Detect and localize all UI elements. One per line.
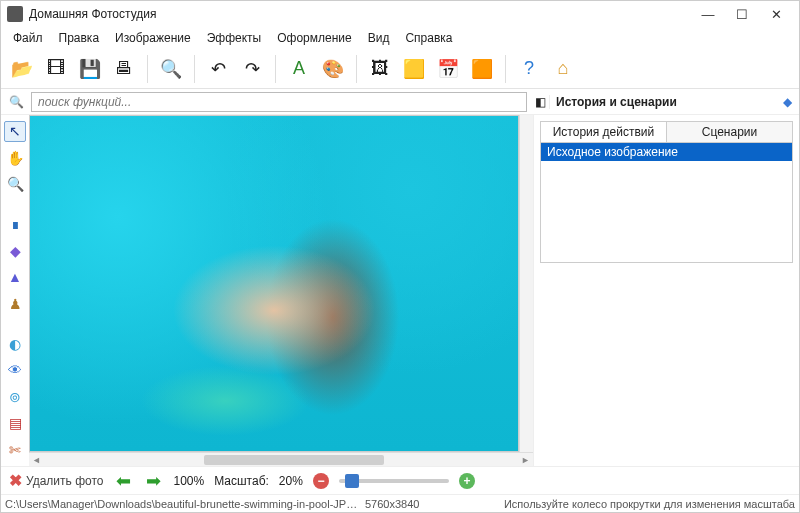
panel-toggle-icon[interactable]: ◧ [531,95,549,109]
history-item[interactable]: Исходное изображение [541,143,792,161]
image-tool-icon[interactable]: 🖼 [365,54,395,84]
titlebar: Домашняя Фотостудия — ☐ ✕ [1,1,799,27]
search-icon[interactable]: 🔍 [5,91,27,113]
eye-icon[interactable]: 👁 [4,360,26,381]
menu-изображение[interactable]: Изображение [109,29,197,47]
history-panel-title: История и сценарии [549,95,783,109]
print-icon[interactable]: 🖶 [109,54,139,84]
redo-icon[interactable]: ↷ [237,54,267,84]
brush-icon[interactable]: ∎ [4,214,26,235]
history-list[interactable]: Исходное изображение [540,143,793,263]
horizontal-scrollbar[interactable] [29,452,533,466]
stamp-icon[interactable]: ♟ [4,294,26,315]
status-dimensions: 5760x3840 [365,498,485,510]
panel-pin-icon[interactable]: ◆ [783,95,799,109]
search-page-icon[interactable]: 🔍 [156,54,186,84]
calendar-icon[interactable]: 📅 [433,54,463,84]
toolbar-separator [194,55,195,83]
zoom-icon[interactable]: 🔍 [4,174,26,195]
palette-icon[interactable]: 🎨 [318,54,348,84]
tab-history[interactable]: История действий [541,122,667,142]
app-icon [7,6,23,22]
close-button[interactable]: ✕ [759,3,793,25]
hand-icon[interactable]: ✋ [4,148,26,169]
undo-icon[interactable]: ↶ [203,54,233,84]
zoom-in-button[interactable]: + [459,473,475,489]
scroll-thumb[interactable] [204,455,384,465]
menu-оформление[interactable]: Оформление [271,29,357,47]
window-title: Домашняя Фотостудия [29,7,691,21]
zoom-slider[interactable] [339,479,449,483]
left-toolbox: ↖✋🔍∎◆▲♟◐👁⊚▤✄ [1,115,29,466]
tab-scenarios[interactable]: Сценарии [667,122,792,142]
save-icon[interactable]: 💾 [75,54,105,84]
drop-icon[interactable]: ◆ [4,240,26,261]
status-hint: Используйте колесо прокрутки для изменен… [485,498,795,510]
bottom-bar: ✖ Удалить фото ⬅ ➡ 100% Масштаб: 20% − + [1,466,799,494]
toolbar-separator [275,55,276,83]
scale-value: 20% [279,474,303,488]
search-input[interactable] [31,92,527,112]
toolbar-separator [505,55,506,83]
text-icon[interactable]: A [284,54,314,84]
toolbar-separator [356,55,357,83]
help-icon[interactable]: ? [514,54,544,84]
menubar: ФайлПравкаИзображениеЭффектыОформлениеВи… [1,27,799,49]
ellipse-icon[interactable]: ◐ [4,333,26,354]
delete-photo-label: Удалить фото [26,474,103,488]
photo-image [30,116,518,451]
menu-справка[interactable]: Справка [399,29,458,47]
menu-правка[interactable]: Правка [53,29,106,47]
effects-wheel-icon[interactable]: 🎞 [41,54,71,84]
pointer-icon[interactable]: ↖ [4,121,26,142]
zoom-slider-knob[interactable] [345,474,359,488]
menu-эффекты[interactable]: Эффекты [201,29,268,47]
zoom-out-button[interactable]: − [313,473,329,489]
status-path: C:\Users\Manager\Downloads\beautiful-bru… [5,498,365,510]
canvas[interactable] [29,115,519,452]
scale-label: Масштаб: [214,474,269,488]
open-icon[interactable]: 📂 [7,54,37,84]
shape-icon[interactable]: ▲ [4,267,26,288]
delete-photo-button[interactable]: ✖ Удалить фото [9,471,103,490]
home-icon[interactable]: ⌂ [548,54,578,84]
main-toolbar: 📂🎞💾🖶🔍↶↷A🎨🖼🟨📅🟧?⌂ [1,49,799,89]
menu-файл[interactable]: Файл [7,29,49,47]
minimize-button[interactable]: — [691,3,725,25]
levels-icon[interactable]: ▤ [4,413,26,434]
history-panel: История действийСценарии Исходное изобра… [533,115,799,466]
frame-icon[interactable]: 🟨 [399,54,429,84]
crop-icon[interactable]: ✄ [4,439,26,460]
collage-icon[interactable]: 🟧 [467,54,497,84]
delete-icon: ✖ [9,471,22,490]
prev-arrow-button[interactable]: ⬅ [113,472,133,490]
status-bar: C:\Users\Manager\Downloads\beautiful-bru… [1,494,799,512]
maximize-button[interactable]: ☐ [725,3,759,25]
menu-вид[interactable]: Вид [362,29,396,47]
vertical-scrollbar[interactable] [519,115,533,452]
toolbar-separator [147,55,148,83]
fit-percent-label[interactable]: 100% [173,474,204,488]
circle-icon[interactable]: ⊚ [4,386,26,407]
next-arrow-button[interactable]: ➡ [143,472,163,490]
